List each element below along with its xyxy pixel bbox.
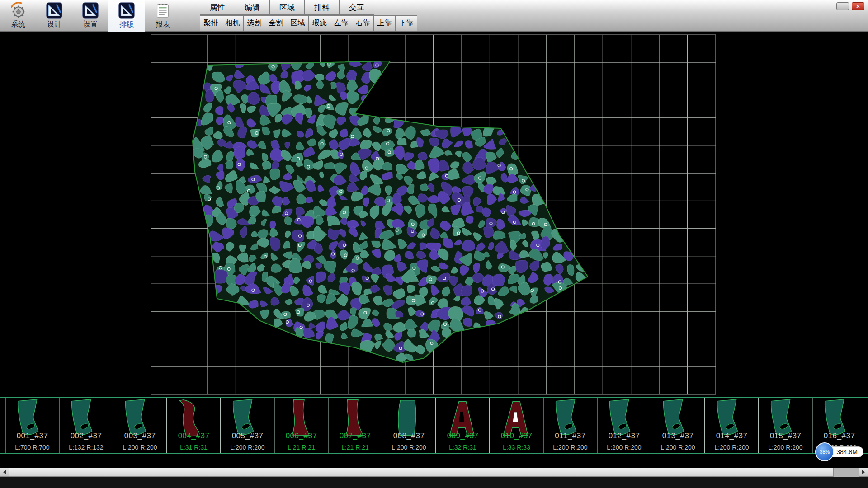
status-overlay: 38% 384.8M [815, 442, 863, 462]
progress-badge: 38% [815, 442, 834, 461]
piece-thumbnail-3[interactable]: 003_#37L:200 R:200 [113, 398, 167, 453]
piece-strip: 001_#37L:700 R:700002_#37L:132 R:132003_… [0, 397, 868, 454]
piece-thumbnail-13[interactable]: 013_#37L:200 R:200 [651, 398, 705, 453]
tool-button-3[interactable]: 选割 [243, 15, 265, 31]
tool-button-10[interactable]: 下靠 [395, 15, 417, 31]
toolbar-button-5[interactable]: 报表 [145, 0, 181, 32]
tool-button-6[interactable]: 瑕疵 [308, 15, 330, 31]
piece-label: 014_#37 [705, 432, 758, 441]
piece-thumbnail-10[interactable]: 010_#37L:33 R:33 [490, 398, 543, 453]
nesting-canvas[interactable] [0, 32, 868, 397]
gear-icon [9, 1, 27, 19]
menu-tab-row: 属性编辑区域排料交互 [200, 0, 417, 15]
piece-label: 002_#37 [60, 432, 113, 441]
piece-lr-count: L:31 R:31 [167, 444, 220, 451]
piece-thumbnail-14[interactable]: 014_#37L:200 R:200 [705, 398, 759, 453]
piece-thumbnail-15[interactable]: 015_#37L:200 R:200 [759, 398, 812, 453]
toolbar-button-4[interactable]: 排版 [108, 0, 145, 32]
toolbar-button-label: 排版 [119, 20, 134, 29]
scrollbar-thumb[interactable] [9, 468, 834, 477]
main-toolbar-buttons: 系统设计设置排版报表 [0, 0, 181, 32]
piece-label: 006_#37 [275, 432, 328, 441]
piece-lr-count: L:21 R:21 [329, 444, 382, 451]
piece-thumbnail-7[interactable]: 007_#37L:21 R:21 [328, 398, 382, 453]
piece-thumbnail-12[interactable]: 012_#37L:200 R:200 [597, 398, 651, 453]
piece-label: 015_#37 [759, 432, 812, 441]
main-toolbar: 系统设计设置排版报表 属性编辑区域排料交互 聚排相机选割全割区域瑕疵左靠右靠上靠… [0, 0, 868, 32]
piece-lr-count: L:200 R:200 [221, 444, 274, 451]
menu-tab-5[interactable]: 交互 [339, 0, 374, 15]
piece-lr-count: L:200 R:200 [759, 444, 812, 451]
piece-thumbnail-8[interactable]: 008_#37L:200 R:200 [382, 398, 436, 453]
scroll-left-button[interactable] [0, 468, 9, 477]
piece-thumbnail-9[interactable]: 009_#37L:32 R:31 [436, 398, 490, 453]
scrollbar-track[interactable] [9, 468, 859, 477]
piece-lr-count: L:200 R:200 [544, 444, 597, 451]
piece-label: 009_#37 [436, 432, 489, 441]
tool-button-9[interactable]: 上靠 [373, 15, 396, 31]
report-icon [154, 1, 172, 19]
ruler-icon [81, 1, 99, 19]
toolbar-button-label: 设置 [83, 20, 98, 29]
piece-label: 004_#37 [167, 432, 220, 441]
tool-button-1[interactable]: 聚排 [200, 15, 222, 31]
tool-button-7[interactable]: 左靠 [330, 15, 352, 31]
horizontal-scrollbar[interactable] [0, 468, 868, 477]
menu-tab-2[interactable]: 编辑 [235, 0, 270, 15]
scroll-right-button[interactable] [859, 468, 868, 477]
piece-lr-count: L:700 R:700 [6, 444, 59, 451]
toolbar-button-label: 报表 [156, 20, 170, 29]
piece-lr-count: L:200 R:200 [598, 444, 651, 451]
piece-label: 003_#37 [113, 432, 166, 441]
ruler-icon [45, 1, 63, 19]
minimize-button[interactable]: — [836, 2, 849, 10]
tool-button-8[interactable]: 右靠 [352, 15, 374, 31]
menu-tab-1[interactable]: 属性 [200, 0, 235, 15]
piece-label: 008_#37 [382, 432, 435, 441]
toolbar-button-label: 系统 [11, 20, 25, 29]
piece-thumbnail-4[interactable]: 004_#37L:31 R:31 [167, 398, 221, 453]
piece-lr-count: L:33 R:33 [490, 444, 543, 451]
close-button[interactable]: ✕ [852, 2, 864, 10]
ruler-icon [118, 1, 136, 19]
piece-lr-count: L:200 R:200 [382, 444, 435, 451]
menu-tab-3[interactable]: 区域 [269, 0, 305, 15]
piece-lr-count: L:200 R:200 [113, 444, 166, 451]
tool-button-4[interactable]: 全割 [265, 15, 287, 31]
piece-lr-count: L:32 R:31 [436, 444, 489, 451]
piece-label: 001_#37 [6, 432, 59, 441]
piece-label: 012_#37 [598, 432, 651, 441]
piece-thumbnail-11[interactable]: 011_#37L:200 R:200 [543, 398, 597, 453]
window-controls: — ✕ [836, 2, 864, 10]
piece-lr-count: L:132 R:132 [60, 444, 113, 451]
piece-label: 016_#37 [813, 432, 866, 441]
tool-button-row: 聚排相机选割全割区域瑕疵左靠右靠上靠下靠 [200, 15, 417, 31]
toolbar-button-label: 设计 [47, 20, 61, 29]
bottom-filler [0, 477, 868, 488]
piece-thumbnail-1[interactable]: 001_#37L:700 R:700 [5, 398, 59, 453]
tool-button-2[interactable]: 相机 [222, 15, 244, 31]
toolbar-button-2[interactable]: 设计 [36, 0, 72, 32]
toolbar-button-1[interactable]: 系统 [0, 0, 36, 32]
scroll-right-arrow-icon [862, 470, 865, 474]
piece-label: 005_#37 [221, 432, 274, 441]
piece-label: 010_#37 [490, 432, 543, 441]
piece-lr-count: L:200 R:200 [651, 444, 704, 451]
piece-label: 013_#37 [651, 432, 704, 441]
piece-thumbnail-5[interactable]: 005_#37L:200 R:200 [221, 398, 274, 453]
canvas-svg[interactable] [0, 32, 868, 397]
toolbar-button-3[interactable]: 设置 [72, 0, 108, 32]
scroll-left-arrow-icon [3, 470, 6, 474]
piece-lr-count: L:21 R:21 [275, 444, 328, 451]
piece-label: 011_#37 [544, 432, 597, 441]
piece-thumbnail-2[interactable]: 002_#37L:132 R:132 [59, 398, 113, 453]
tool-button-5[interactable]: 区域 [287, 15, 309, 31]
piece-lr-count: L:200 R:200 [705, 444, 758, 451]
menu-area: 属性编辑区域排料交互 聚排相机选割全割区域瑕疵左靠右靠上靠下靠 [200, 0, 417, 31]
menu-tab-4[interactable]: 排料 [304, 0, 340, 15]
piece-label: 007_#37 [329, 432, 382, 441]
piece-thumbnail-6[interactable]: 006_#37L:21 R:21 [274, 398, 328, 453]
